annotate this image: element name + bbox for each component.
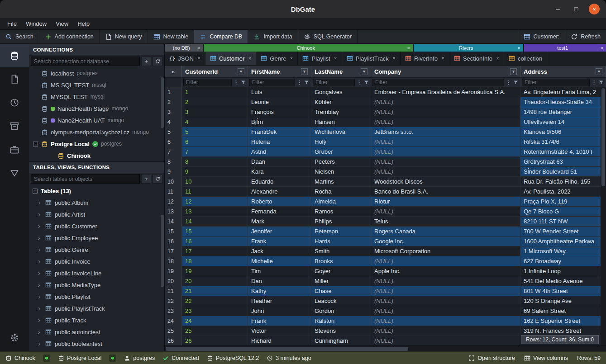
collapse-icon[interactable]: − — [33, 142, 38, 147]
status-postgresql-12-2[interactable]: PostgreSQL 12.2 — [207, 355, 259, 361]
cell-company[interactable]: (NULL) — [371, 117, 520, 127]
menu-window[interactable]: Window — [21, 19, 51, 28]
cell-company[interactable]: (NULL) — [371, 306, 520, 316]
filter-input-firstname[interactable] — [249, 79, 295, 86]
row-number[interactable]: 12 — [165, 197, 182, 206]
cell-company[interactable]: Banco do Brasil S.A. — [371, 187, 520, 196]
iconbar-history[interactable] — [0, 91, 29, 114]
cell-address[interactable]: Sĺnder Boulevard 51 — [520, 167, 606, 176]
status-chinook[interactable]: Chinook — [5, 355, 35, 361]
cell-lastname[interactable]: Holý — [311, 137, 371, 147]
cell-lastname[interactable]: Ralston — [311, 316, 371, 326]
row-number[interactable]: 11 — [165, 187, 182, 196]
cell-firstname[interactable]: Heather — [248, 296, 311, 306]
cell-company[interactable]: (NULL) — [371, 137, 520, 147]
row-number[interactable]: 5 — [165, 127, 182, 137]
menu-view[interactable]: View — [51, 19, 73, 28]
cell-firstname[interactable]: Mark — [248, 217, 311, 226]
cell-lastname[interactable]: Gruber — [311, 147, 371, 156]
toolbar-new-table[interactable]: New table — [148, 30, 195, 43]
menu-help[interactable]: Help — [73, 19, 94, 28]
cell-customerid[interactable]: 5 — [182, 127, 248, 137]
column-dropdown-icon[interactable]: ▾ — [301, 68, 308, 75]
collapse-icon[interactable]: − — [33, 189, 38, 194]
cell-address[interactable]: 69 Salem Street — [520, 306, 606, 316]
cell-firstname[interactable]: Victor — [248, 326, 311, 336]
cell-lastname[interactable]: Leacock — [311, 296, 371, 306]
table-item-public-employee[interactable]: ›public.Employee — [29, 232, 164, 244]
connection-item-mysql-test[interactable]: MYSQL TESTmysql — [29, 91, 164, 103]
cell-company[interactable]: JetBrains s.r.o. — [371, 127, 520, 137]
row-number[interactable]: 2 — [165, 97, 182, 107]
cell-customerid[interactable]: 11 — [182, 187, 248, 196]
cell-customerid[interactable]: 2 — [182, 97, 248, 107]
cell-lastname[interactable]: Harris — [311, 236, 371, 246]
cell-company[interactable]: (NULL) — [371, 336, 520, 345]
cell-lastname[interactable]: Stevens — [311, 326, 371, 336]
cell-firstname[interactable]: Kara — [248, 167, 311, 176]
column-header-lastname[interactable]: LastName▾ — [311, 66, 371, 77]
kebab-menu-icon[interactable]: ⋮ — [233, 79, 239, 86]
cell-firstname[interactable]: Jack — [248, 246, 311, 256]
table-item-public-track[interactable]: ›public.Track — [29, 314, 164, 326]
filter-input-customerid[interactable] — [183, 79, 232, 86]
cell-company[interactable]: Embraer - Empresa Brasileira de Aeronáut… — [371, 87, 520, 97]
maximize-button[interactable]: □ — [571, 4, 582, 14]
cell-company[interactable]: (NULL) — [371, 97, 520, 107]
cell-customerid[interactable]: 9 — [182, 167, 248, 176]
cell-address[interactable]: 801 W 4th Street — [520, 286, 606, 296]
cell-firstname[interactable]: Leonie — [248, 97, 311, 107]
cell-address[interactable]: Av. Brigadeiro Faria Lima, 2 — [520, 87, 606, 97]
cell-address[interactable]: Praça Pio X, 119 — [520, 197, 606, 206]
cell-lastname[interactable]: Köhler — [311, 97, 371, 107]
filter-funnel-icon[interactable] — [240, 80, 246, 85]
cell-lastname[interactable]: Rocha — [311, 187, 371, 196]
tables-search-input[interactable] — [31, 174, 140, 184]
cell-company[interactable]: Telus — [371, 217, 520, 226]
cell-firstname[interactable]: Richard — [248, 336, 311, 345]
connection-item-nano2health-stage[interactable]: Nano2Health Stagemongo — [29, 103, 164, 114]
cell-customerid[interactable]: 13 — [182, 207, 248, 216]
row-number[interactable]: 19 — [165, 266, 182, 276]
cell-firstname[interactable]: Helena — [248, 137, 311, 147]
connections-search-input[interactable] — [31, 57, 140, 66]
db-group-tab-no-db[interactable]: (no DB)× — [165, 44, 203, 52]
connection-item-chinook[interactable]: Chinook — [29, 150, 164, 161]
cell-company[interactable]: Apple Inc. — [371, 266, 520, 276]
vertical-scrollbar[interactable] — [601, 87, 606, 345]
cell-firstname[interactable]: François — [248, 107, 311, 117]
iconbar-archive[interactable] — [0, 114, 29, 138]
cell-customerid[interactable]: 14 — [182, 217, 248, 226]
close-icon[interactable]: × — [601, 45, 603, 51]
cell-firstname[interactable]: Bjĺrn — [248, 117, 311, 127]
row-number[interactable]: 15 — [165, 227, 182, 236]
cell-company[interactable]: Google Inc. — [371, 236, 520, 246]
cell-customerid[interactable]: 1 — [182, 87, 248, 97]
connection-item-olympus-medportal-vychozi-cz[interactable]: olympus-medportal.vychozi.czmongo — [29, 126, 164, 138]
cell-customerid[interactable]: 19 — [182, 266, 248, 276]
status-view-columns[interactable]: View columns — [524, 355, 568, 361]
cell-company[interactable]: Microsoft Corporation — [371, 246, 520, 256]
row-number[interactable]: 16 — [165, 236, 182, 246]
toolbar-compare-db[interactable]: Compare DB — [194, 30, 248, 43]
row-number[interactable]: 13 — [165, 207, 182, 216]
close-button[interactable]: × — [589, 4, 600, 14]
cell-lastname[interactable]: Martins — [311, 177, 371, 186]
cell-address[interactable]: 8210 111 ST NW — [520, 217, 606, 226]
row-number[interactable]: 26 — [165, 336, 182, 345]
cell-customerid[interactable]: 26 — [182, 336, 248, 345]
cell-lastname[interactable]: Miller — [311, 276, 371, 286]
cell-lastname[interactable]: Wichterlová — [311, 127, 371, 137]
cell-lastname[interactable]: Ramos — [311, 207, 371, 216]
cell-company[interactable]: (NULL) — [371, 147, 520, 156]
column-header-firstname[interactable]: FirstName▾ — [248, 66, 311, 77]
cell-customerid[interactable]: 23 — [182, 306, 248, 316]
column-header-company[interactable]: Company▾ — [371, 66, 520, 77]
cell-lastname[interactable]: Goyer — [311, 266, 371, 276]
cell-firstname[interactable]: Michelle — [248, 256, 311, 266]
cell-address[interactable]: Klanova 9/506 — [520, 127, 606, 137]
cell-firstname[interactable]: Alexandre — [248, 187, 311, 196]
filter-funnel-icon[interactable] — [513, 80, 519, 85]
column-header-customerid[interactable]: CustomerId▾ — [182, 66, 248, 77]
kebab-menu-icon[interactable]: ⋮ — [296, 79, 302, 86]
